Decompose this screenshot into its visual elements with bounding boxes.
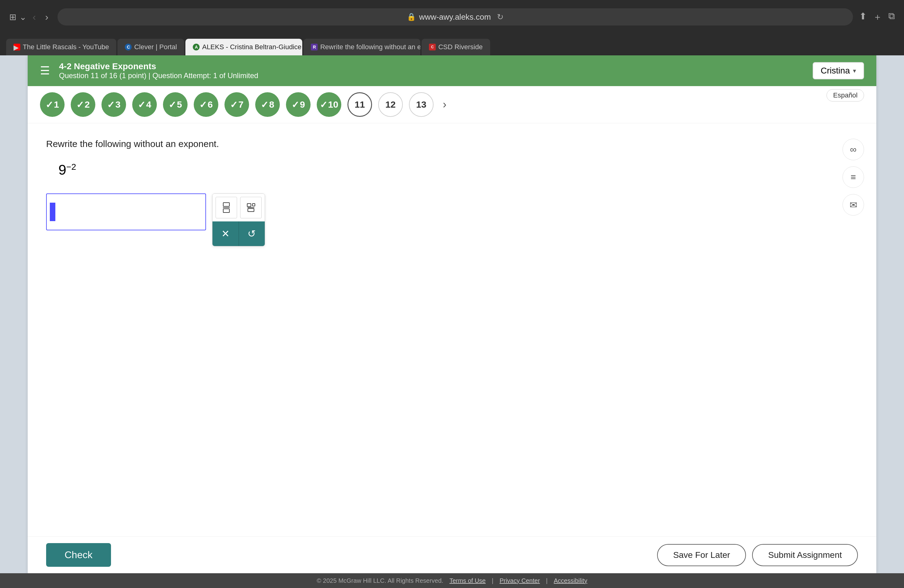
math-toolbar: ✕ ↺	[212, 193, 265, 247]
terms-link[interactable]: Terms of Use	[450, 577, 486, 584]
answer-input-box[interactable]	[46, 193, 206, 230]
question-text: Rewrite the following without an exponen…	[46, 139, 858, 149]
privacy-link[interactable]: Privacy Center	[499, 577, 540, 584]
question-7[interactable]: ✓7	[224, 92, 249, 117]
tab-clever-label: Clever | Portal	[134, 43, 177, 51]
browser-nav: ⊞ ⌄ ‹ ›	[9, 10, 51, 24]
user-menu-btn[interactable]: Cristina ▾	[813, 62, 864, 79]
sidebar-toggle-btn[interactable]: ⊞	[9, 12, 16, 22]
browser-chrome: ⊞ ⌄ ‹ › 🔒 www-awy.aleks.com ↻ ⬆ ＋ ⧉	[0, 0, 904, 34]
tab-youtube[interactable]: ▶ The Little Rascals - YouTube	[6, 39, 116, 55]
app-container: ☰ 4-2 Negative Exponents Question 11 of …	[28, 55, 876, 573]
reload-btn[interactable]: ↻	[497, 12, 504, 22]
math-expression: 9−2	[58, 161, 858, 178]
main-content: Rewrite the following without an exponen…	[28, 123, 876, 536]
menu-icon[interactable]: ☰	[40, 64, 50, 77]
notes-icon[interactable]: ≡	[842, 166, 864, 188]
lock-icon: 🔒	[407, 13, 416, 21]
question-6[interactable]: ✓6	[194, 92, 218, 117]
footer-right: Save For Later Submit Assignment	[657, 544, 858, 566]
answer-area: ✕ ↺	[46, 193, 858, 247]
toolbar-symbols	[212, 194, 265, 221]
sidebar-toggle-btn2[interactable]: ⌄	[19, 12, 27, 22]
nav-right-arrow-icon[interactable]: ›	[443, 98, 446, 111]
tab-rewrite[interactable]: R Rewrite the following without an expon…	[303, 39, 420, 55]
new-tab-icon[interactable]: ＋	[873, 11, 882, 24]
tab-csd[interactable]: C CSD Riverside	[422, 39, 490, 55]
bottom-bar: © 2025 McGraw Hill LLC. All Rights Reser…	[0, 573, 904, 588]
browser-actions: ⬆ ＋ ⧉	[859, 11, 895, 24]
forward-btn[interactable]: ›	[42, 10, 52, 24]
youtube-favicon: ▶	[14, 44, 20, 51]
question-11[interactable]: 11	[348, 92, 372, 117]
clever-favicon: C	[125, 44, 131, 51]
undo-btn[interactable]: ↺	[239, 221, 265, 246]
tab-csd-label: CSD Riverside	[438, 43, 482, 51]
toolbar-actions: ✕ ↺	[212, 221, 265, 246]
csd-favicon: C	[429, 44, 436, 51]
address-bar[interactable]: 🔒 www-awy.aleks.com ↻	[57, 8, 853, 25]
section-title: 4-2 Negative Exponents	[59, 62, 813, 71]
clear-btn[interactable]: ✕	[212, 221, 239, 246]
fraction-exp-icon	[247, 203, 255, 212]
question-10[interactable]: ✓10	[317, 92, 341, 117]
question-2[interactable]: ✓2	[71, 92, 95, 117]
question-8[interactable]: ✓8	[255, 92, 280, 117]
question-13[interactable]: 13	[409, 92, 433, 117]
side-panel: ∞ ≡ ✉	[842, 139, 864, 216]
math-exponent: −2	[66, 162, 76, 172]
text-cursor	[50, 203, 55, 221]
submit-assignment-btn[interactable]: Submit Assignment	[752, 544, 858, 566]
question-5[interactable]: ✓5	[163, 92, 188, 117]
app-footer: Check Save For Later Submit Assignment	[28, 536, 876, 573]
check-btn[interactable]: Check	[46, 543, 111, 567]
question-12[interactable]: 12	[378, 92, 403, 117]
question-9[interactable]: ✓9	[286, 92, 311, 117]
accessibility-link[interactable]: Accessibility	[554, 577, 587, 584]
back-btn[interactable]: ‹	[30, 10, 39, 24]
math-base: 9	[58, 162, 66, 178]
rewrite-favicon: R	[311, 44, 318, 51]
question-4[interactable]: ✓4	[132, 92, 157, 117]
share-icon[interactable]: ⬆	[859, 11, 867, 24]
tab-aleks-label: ALEKS - Cristina Beltran-Giudice - 4-2 N…	[202, 43, 302, 51]
user-name: Cristina	[821, 66, 850, 76]
separator-2: |	[546, 577, 548, 584]
dropdown-arrow-icon: ▾	[853, 67, 856, 74]
question-info: Question 11 of 16 (1 point) | Question A…	[59, 71, 813, 80]
tab-youtube-label: The Little Rascals - YouTube	[23, 43, 109, 51]
tabs-overview-icon[interactable]: ⧉	[888, 11, 895, 24]
calculator-icon[interactable]: ∞	[842, 139, 864, 160]
message-icon[interactable]: ✉	[842, 194, 864, 216]
tab-clever[interactable]: C Clever | Portal	[117, 39, 184, 55]
fraction-btn[interactable]	[215, 197, 237, 218]
espanol-btn[interactable]: Español	[827, 89, 864, 101]
question-1[interactable]: ✓1	[40, 92, 65, 117]
fraction-exp-btn[interactable]	[240, 197, 262, 218]
tab-aleks[interactable]: A ALEKS - Cristina Beltran-Giudice - 4-2…	[185, 39, 302, 55]
app-header: ☰ 4-2 Negative Exponents Question 11 of …	[28, 55, 876, 86]
separator-1: |	[492, 577, 493, 584]
header-title: 4-2 Negative Exponents Question 11 of 16…	[59, 62, 813, 80]
fraction-icon	[223, 202, 230, 213]
save-later-btn[interactable]: Save For Later	[657, 544, 746, 566]
question-3[interactable]: ✓3	[101, 92, 126, 117]
tabs-bar: ▶ The Little Rascals - YouTube C Clever …	[0, 34, 904, 55]
question-nav: ✓1 ✓2 ✓3 ✓4 ✓5 ✓6 ✓7 ✓8 ✓9 ✓10 11 12 13 …	[28, 86, 876, 123]
tab-rewrite-label: Rewrite the following without an exponen…	[320, 43, 420, 51]
url-text: www-awy.aleks.com	[419, 12, 491, 22]
aleks-favicon: A	[193, 44, 199, 51]
copyright-text: © 2025 McGraw Hill LLC. All Rights Reser…	[317, 577, 443, 584]
